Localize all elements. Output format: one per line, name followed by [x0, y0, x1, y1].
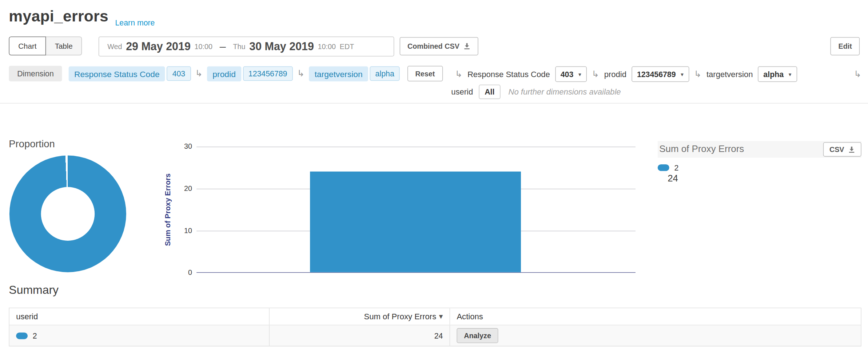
- page-title: myapi_errors: [9, 8, 108, 25]
- csv-button[interactable]: CSV: [823, 142, 861, 157]
- summary-table: userid Sum of Proxy Errors ▼ Actions 2 2…: [9, 308, 861, 347]
- y-tick-label: 0: [177, 268, 192, 277]
- breadcrumb-chip[interactable]: prodid 123456789: [207, 66, 293, 81]
- selector-label-userid: userid: [451, 87, 473, 96]
- cell-actions: Analyze: [450, 325, 861, 346]
- date-timezone: EDT: [340, 42, 354, 51]
- section-divider: [0, 103, 868, 104]
- legend-header: Sum of Proxy Errors CSV: [658, 141, 861, 158]
- y-tick-label: 30: [177, 142, 192, 151]
- column-header-actions: Actions: [450, 308, 861, 325]
- breadcrumb-name: Response Status Code: [69, 66, 165, 81]
- chart-toggle-button[interactable]: Chart: [9, 36, 46, 55]
- proportion-title: Proportion: [9, 138, 55, 150]
- x-axis-baseline: [196, 272, 636, 273]
- summary-title: Summary: [9, 283, 59, 297]
- userid-all-selector[interactable]: All: [478, 85, 501, 99]
- dimension-selectors-row2: userid All No further dimensions availab…: [451, 84, 621, 100]
- drill-down-arrow-icon: ↳: [297, 69, 304, 78]
- legend-swatch: [658, 164, 669, 171]
- selector-dropdown-prodid[interactable]: 123456789 ▾: [632, 67, 689, 82]
- selector-value: alpha: [763, 70, 784, 79]
- table-header-row: userid Sum of Proxy Errors ▼ Actions: [9, 308, 861, 325]
- selector-label: prodid: [604, 70, 626, 79]
- date-range-separator: –: [220, 40, 226, 53]
- proportion-donut-chart[interactable]: [9, 156, 126, 272]
- combined-csv-button[interactable]: Combined CSV: [400, 37, 478, 55]
- date-end-time: 10:00: [318, 42, 336, 51]
- csv-label: CSV: [829, 145, 844, 153]
- column-header-sum-label: Sum of Proxy Errors: [364, 312, 437, 321]
- dimension-breadcrumbs: Response Status Code 403 ↳ prodid 123456…: [69, 65, 443, 82]
- y-tick-label: 20: [177, 184, 192, 193]
- drill-down-arrow-icon: ↳: [854, 70, 861, 79]
- date-range-picker[interactable]: Wed 29 May 2019 10:00 – Thu 30 May 2019 …: [99, 36, 394, 56]
- column-header-sum[interactable]: Sum of Proxy Errors ▼: [270, 308, 450, 325]
- dimension-label: Dimension: [9, 66, 62, 81]
- legend-title: Sum of Proxy Errors: [659, 144, 744, 155]
- cell-userid: 2: [9, 325, 270, 346]
- breadcrumb-name: prodid: [207, 66, 241, 81]
- selector-label: targetversion: [706, 70, 753, 79]
- cell-sum: 24: [270, 325, 450, 346]
- app-window: myapi_errors Learn more Chart Table Wed …: [0, 0, 868, 352]
- date-start-day: Wed: [107, 42, 122, 51]
- series-swatch: [16, 332, 28, 339]
- gridline: [196, 147, 636, 147]
- chevron-down-icon: ▾: [789, 71, 792, 77]
- download-icon: [463, 43, 471, 50]
- bar-chart-plot-area: [196, 147, 636, 273]
- column-header-userid: userid: [9, 308, 270, 325]
- date-end-date: 30 May 2019: [249, 40, 314, 53]
- chevron-down-icon: ▾: [578, 71, 581, 77]
- donut-hole: [41, 187, 95, 241]
- breadcrumb-name: targetversion: [309, 66, 368, 81]
- selector-value: 123456789: [637, 70, 676, 79]
- reset-button[interactable]: Reset: [407, 66, 443, 81]
- legend-key: 2: [674, 163, 678, 172]
- chevron-down-icon: ▾: [681, 71, 684, 77]
- date-start-time: 10:00: [195, 42, 213, 51]
- legend-item[interactable]: 2: [658, 163, 679, 172]
- table-toggle-button[interactable]: Table: [45, 36, 82, 55]
- download-icon: [848, 146, 855, 153]
- selector-value: 403: [561, 70, 574, 79]
- edit-label: Edit: [838, 42, 852, 51]
- cell-userid-value: 2: [33, 331, 37, 340]
- edit-button[interactable]: Edit: [831, 37, 860, 55]
- legend-value: 24: [668, 173, 678, 184]
- bar-rect[interactable]: [310, 171, 521, 272]
- selector-dropdown-targetversion[interactable]: alpha ▾: [758, 67, 797, 82]
- breadcrumb-value: 403: [167, 67, 191, 81]
- no-more-dimensions-text: No further dimensions available: [508, 87, 621, 96]
- view-toggle: Chart Table: [9, 36, 82, 55]
- sort-desc-icon[interactable]: ▼: [439, 314, 443, 319]
- date-start-date: 29 May 2019: [126, 40, 191, 53]
- y-axis-title: Sum of Proxy Errors: [164, 173, 172, 246]
- breadcrumb-value: alpha: [370, 67, 400, 81]
- table-row: 2 24 Analyze: [9, 325, 861, 346]
- date-end-day: Thu: [233, 42, 246, 51]
- learn-more-link[interactable]: Learn more: [115, 18, 155, 27]
- breadcrumb-chip[interactable]: Response Status Code 403: [69, 66, 191, 81]
- drill-down-arrow-icon: ↳: [455, 70, 462, 79]
- combined-csv-label: Combined CSV: [407, 42, 459, 51]
- breadcrumb-chip[interactable]: targetversion alpha: [309, 66, 400, 81]
- dimension-selectors: ↳ Response Status Code 403 ▾ ↳ prodid 12…: [455, 66, 861, 83]
- drill-down-arrow-icon: ↳: [592, 70, 599, 79]
- analyze-button[interactable]: Analyze: [457, 328, 498, 343]
- selector-label: Response Status Code: [467, 70, 550, 79]
- breadcrumb-value: 123456789: [243, 67, 293, 81]
- drill-down-arrow-icon: ↳: [694, 70, 701, 79]
- y-tick-label: 10: [177, 226, 192, 235]
- drill-down-arrow-icon: ↳: [195, 69, 203, 78]
- selector-dropdown-status-code[interactable]: 403 ▾: [555, 67, 587, 82]
